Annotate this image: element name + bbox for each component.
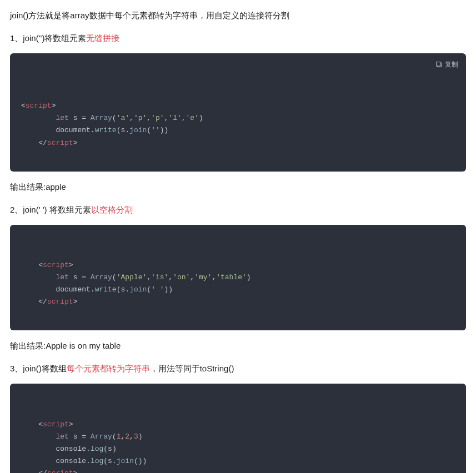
code-content-2: <script> let s = Array('Apple','is','on'… (21, 259, 455, 308)
output-2: 输出结果:Apple is on my table (10, 338, 466, 353)
section-1-heading: 1、join('')将数组元素无缝拼接 (10, 31, 466, 46)
sec2-prefix: 2、join(' ') 将数组元素 (10, 205, 91, 214)
section-2-heading: 2、join(' ') 将数组元素以空格分割 (10, 202, 466, 217)
code-content-3: <script> let s = Array(1,2,3) console.lo… (21, 419, 455, 473)
code-content-1: <script> let s = Array('a','p','p','l','… (21, 100, 455, 149)
code-block-3: <script> let s = Array(1,2,3) console.lo… (10, 384, 466, 473)
section-3-heading: 3、join()将数组每个元素都转为字符串，用法等同于toString() (10, 361, 466, 376)
copy-label: 复制 (445, 59, 458, 70)
copy-button[interactable]: 复制 (435, 59, 458, 70)
sec3-prefix: 3、join()将数组 (10, 364, 67, 373)
copy-icon (435, 61, 443, 68)
sec1-prefix: 1、join('')将数组元素 (10, 33, 86, 43)
sec3-highlight: 每个元素都转为字符串 (67, 364, 150, 373)
code-block-2: <script> let s = Array('Apple','is','on'… (10, 225, 466, 331)
svg-rect-1 (437, 62, 440, 66)
output-2-text: 输出结果:Apple is on my table (10, 341, 121, 350)
sec1-highlight: 无缝拼接 (86, 33, 119, 43)
code-block-1: 复制 <script> let s = Array('a','p','p','l… (10, 53, 466, 172)
output-1-text: 输出结果:apple (10, 182, 66, 192)
sec2-highlight: 以空格分割 (91, 205, 133, 214)
sec3-suffix: ，用法等同于toString() (150, 364, 234, 373)
output-1: 输出结果:apple (10, 179, 466, 194)
intro-text: join()方法就是将array数据中每个元素都转为字符串，用自定义的连接符分割 (10, 11, 289, 20)
intro-paragraph: join()方法就是将array数据中每个元素都转为字符串，用自定义的连接符分割 (10, 8, 466, 23)
